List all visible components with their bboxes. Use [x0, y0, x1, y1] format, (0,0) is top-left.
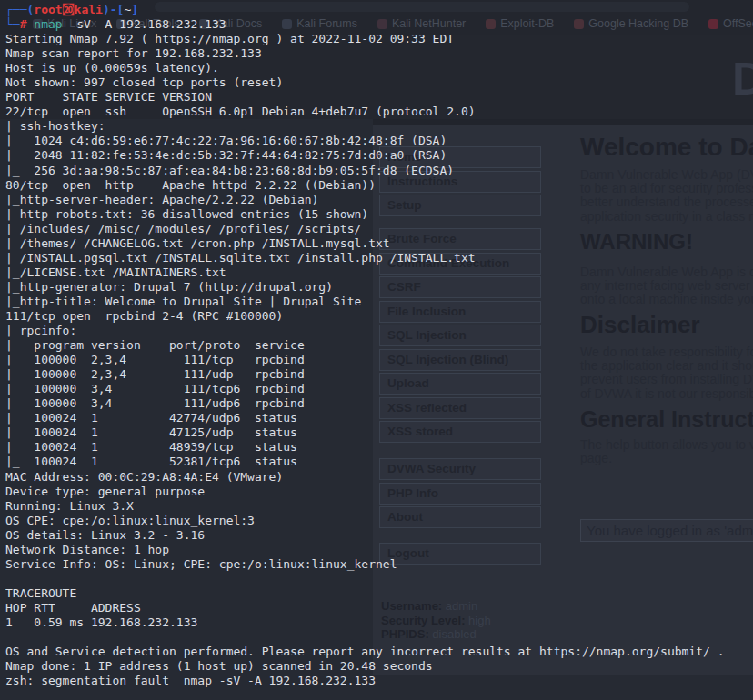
- terminal-line: |_ 100024 1 52381/tcp6 status: [5, 455, 753, 469]
- command-args: -sV -A 192.168.232.133: [63, 17, 226, 31]
- prompt-line-1: ┌──(root㉉kali)-[~]: [5, 3, 753, 17]
- terminal-line: [5, 630, 753, 645]
- terminal-line: HOP RTT ADDRESS: [5, 601, 753, 615]
- terminal-line: TRACEROUTE: [5, 586, 753, 601]
- terminal-line: 1 0.59 ms 192.168.232.133: [5, 615, 753, 630]
- terminal-line: Not shown: 997 closed tcp ports (reset): [5, 75, 753, 90]
- terminal-line: Running: Linux 3.X: [5, 499, 753, 514]
- terminal-line: | 100000 3,4 111/udp6 rpcbind: [5, 396, 753, 411]
- terminal-line: | 2048 11:82:fe:53:4e:dc:5b:32:7f:44:64:…: [5, 148, 753, 163]
- terminal-output: Starting Nmap 7.92 ( https://nmap.org ) …: [5, 32, 753, 688]
- terminal-line: | 100024 1 47125/udp status: [5, 425, 753, 440]
- terminal-line: |_ 256 3d:aa:98:5c:87:af:ea:84:b8:23:68:…: [5, 164, 753, 178]
- terminal-line: | /includes/ /misc/ /modules/ /profiles/…: [5, 222, 753, 236]
- terminal-line: Service Info: OS: Linux; CPE: cpe:/o:lin…: [5, 557, 753, 572]
- terminal-line: | 100024 1 48939/tcp status: [5, 440, 753, 455]
- terminal-line: zsh: segmentation fault nmap -sV -A 192.…: [5, 674, 753, 688]
- terminal-line: [5, 572, 753, 586]
- terminal-line: 80/tcp open http Apache httpd 2.2.22 ((D…: [5, 178, 753, 193]
- terminal-line: | /themes/ /CHANGELOG.txt /cron.php /INS…: [5, 236, 753, 251]
- terminal-line: | 100000 2,3,4 111/udp rpcbind: [5, 367, 753, 382]
- terminal-line: 111/tcp open rpcbind 2-4 (RPC #100000): [5, 309, 753, 324]
- terminal-line: | ssh-hostkey:: [5, 119, 753, 134]
- terminal-line: Network Distance: 1 hop: [5, 543, 753, 557]
- terminal-line: Nmap scan report for 192.168.232.133: [5, 46, 753, 61]
- terminal-line: Starting Nmap 7.92 ( https://nmap.org ) …: [5, 32, 753, 46]
- terminal-line: | http-robots.txt: 36 disallowed entries…: [5, 207, 753, 222]
- prompt-user-host: root㉉kali: [34, 3, 103, 16]
- terminal-window[interactable]: ┌──(root㉉kali)-[~] └─# nmap -sV -A 192.1…: [0, 0, 753, 700]
- terminal-line: PORT STATE SERVICE VERSION: [5, 90, 753, 105]
- terminal-line: Nmap done: 1 IP address (1 host up) scan…: [5, 659, 753, 674]
- terminal-line: Host is up (0.00059s latency).: [5, 61, 753, 75]
- terminal-line: | 100024 1 42774/udp6 status: [5, 411, 753, 425]
- prompt-frame-mid: )-[: [103, 3, 124, 16]
- terminal-line: Device type: general purpose: [5, 485, 753, 499]
- command-text: nmap: [34, 17, 62, 31]
- terminal-line: | 100000 2,3,4 111/tcp rpcbind: [5, 353, 753, 367]
- terminal-line: | rpcinfo:: [5, 324, 753, 338]
- terminal-line: |_/LICENSE.txt /MAINTAINERS.txt: [5, 265, 753, 280]
- terminal-line: |_http-title: Welcome to Drupal Site | D…: [5, 295, 753, 309]
- terminal-line: OS details: Linux 3.2 - 3.16: [5, 528, 753, 543]
- terminal-line: | /INSTALL.pgsql.txt /INSTALL.sqlite.txt…: [5, 251, 753, 265]
- terminal-line: | 1024 c4:d6:59:e6:77:4c:22:7a:96:16:60:…: [5, 134, 753, 148]
- screen: Kali Linux Kali Tools Kali Docs: [0, 0, 753, 700]
- terminal-line: OS CPE: cpe:/o:linux:linux_kernel:3: [5, 514, 753, 528]
- terminal-line: MAC Address: 00:0C:29:A8:4A:E4 (VMware): [5, 470, 753, 485]
- terminal-line: OS and Service detection performed. Plea…: [5, 645, 753, 659]
- terminal-line: 22/tcp open ssh OpenSSH 6.0p1 Debian 4+d…: [5, 105, 753, 119]
- terminal-line: |_http-generator: Drupal 7 (http://drupa…: [5, 280, 753, 295]
- prompt-frame-open: ┌──(: [5, 3, 34, 16]
- terminal-line: | 100000 3,4 111/tcp6 rpcbind: [5, 382, 753, 396]
- terminal-line: | program version port/proto service: [5, 338, 753, 353]
- prompt-line-2: └─# nmap -sV -A 192.168.232.133: [5, 17, 753, 32]
- prompt-frame-line2: └─: [5, 17, 20, 31]
- prompt-frame-close: ]: [131, 3, 138, 16]
- terminal-line: |_http-server-header: Apache/2.2.22 (Deb…: [5, 193, 753, 207]
